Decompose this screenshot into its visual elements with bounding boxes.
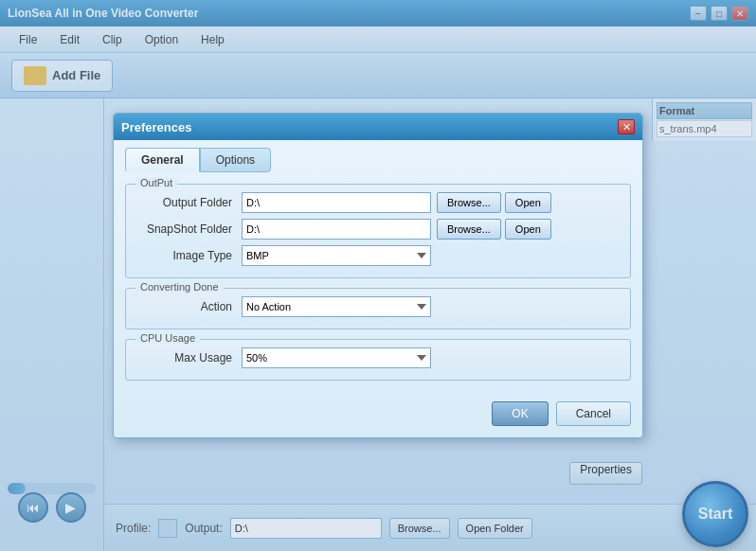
tab-general[interactable]: General	[125, 148, 200, 172]
action-row: Action No Action Shutdown Hibernate Stan…	[137, 296, 619, 317]
dialog-overlay: Preferences ✕ General Options OutPut Out…	[0, 0, 756, 551]
snapshot-folder-row: SnapShot Folder Browse... Open	[137, 219, 619, 240]
image-type-label: Image Type	[137, 249, 242, 262]
image-type-row: Image Type BMP JPG PNG	[137, 245, 619, 266]
action-label: Action	[137, 300, 242, 313]
cancel-button[interactable]: Cancel	[556, 401, 631, 426]
converting-done-section: Converting Done Action No Action Shutdow…	[125, 288, 631, 329]
dialog-title-bar: Preferences ✕	[114, 114, 642, 140]
max-usage-select[interactable]: 25% 50% 75% 100%	[242, 347, 431, 368]
action-select[interactable]: No Action Shutdown Hibernate Stand By	[242, 296, 431, 317]
snapshot-folder-label: SnapShot Folder	[137, 222, 242, 236]
max-usage-label: Max Usage	[137, 351, 242, 364]
output-section: OutPut Output Folder Browse... Open Snap…	[125, 184, 631, 278]
preferences-dialog: Preferences ✕ General Options OutPut Out…	[113, 113, 643, 438]
output-folder-input[interactable]	[242, 192, 431, 213]
cpu-usage-label: CPU Usage	[135, 332, 200, 344]
output-folder-browse-button[interactable]: Browse...	[437, 192, 501, 213]
tab-options[interactable]: Options	[200, 148, 271, 172]
output-section-label: OutPut	[135, 177, 177, 188]
output-folder-row: Output Folder Browse... Open	[137, 192, 619, 213]
snapshot-folder-open-button[interactable]: Open	[505, 219, 551, 240]
image-type-select[interactable]: BMP JPG PNG	[242, 245, 431, 266]
dialog-tabs: General Options	[114, 140, 642, 172]
dialog-close-button[interactable]: ✕	[618, 119, 635, 134]
output-folder-label: Output Folder	[137, 196, 242, 209]
dialog-content: OutPut Output Folder Browse... Open Snap…	[114, 172, 642, 401]
output-folder-open-button[interactable]: Open	[505, 192, 551, 213]
max-usage-row: Max Usage 25% 50% 75% 100%	[137, 347, 619, 368]
dialog-title: Preferences	[121, 120, 191, 134]
dialog-footer: OK Cancel	[114, 401, 642, 426]
converting-done-label: Converting Done	[135, 281, 224, 293]
cpu-usage-section: CPU Usage Max Usage 25% 50% 75% 100%	[125, 339, 631, 381]
snapshot-folder-browse-button[interactable]: Browse...	[437, 219, 501, 240]
snapshot-folder-input[interactable]	[242, 219, 431, 240]
ok-button[interactable]: OK	[492, 401, 548, 426]
